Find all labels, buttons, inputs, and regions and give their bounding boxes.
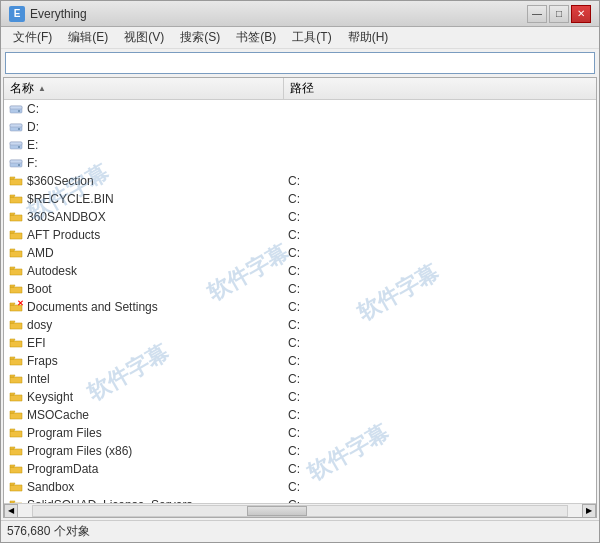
svg-point-8 <box>18 146 20 148</box>
table-row[interactable]: Program Files C: <box>4 424 596 442</box>
table-row[interactable]: D: <box>4 118 596 136</box>
cell-name: MSOCache <box>4 408 284 422</box>
menu-edit[interactable]: 编辑(E) <box>60 27 116 48</box>
col-name-header[interactable]: 名称 ▲ <box>4 78 284 99</box>
svg-rect-1 <box>10 106 22 109</box>
cell-name: F: <box>4 156 284 170</box>
cell-path: C: <box>284 300 596 314</box>
menu-bookmarks[interactable]: 书签(B) <box>228 27 284 48</box>
cell-path: C: <box>284 210 596 224</box>
cell-path: C: <box>284 498 596 503</box>
cell-path: C: <box>284 480 596 494</box>
content-area: 软件字幕 软件字幕 软件字幕 软件字幕 软件字幕 名称 ▲ 路径 C: <box>3 77 597 518</box>
cell-name: Keysight <box>4 390 284 404</box>
cell-path: C: <box>284 408 596 422</box>
window-title: Everything <box>30 7 527 21</box>
svg-point-5 <box>18 128 20 130</box>
app-icon: E <box>9 6 25 22</box>
table-row[interactable]: C: <box>4 100 596 118</box>
table-row[interactable]: F: <box>4 154 596 172</box>
svg-point-11 <box>18 164 20 166</box>
cell-name: Program Files (x86) <box>4 444 284 458</box>
svg-rect-4 <box>10 124 22 127</box>
cell-name: EFI <box>4 336 284 350</box>
col-name-label: 名称 <box>10 80 34 97</box>
table-row[interactable]: Program Files (x86) C: <box>4 442 596 460</box>
table-row[interactable]: Boot C: <box>4 280 596 298</box>
content-wrapper: 软件字幕 软件字幕 软件字幕 软件字幕 软件字幕 名称 ▲ 路径 C: <box>4 78 596 503</box>
col-path-header[interactable]: 路径 <box>284 78 596 99</box>
svg-rect-10 <box>10 160 22 163</box>
menu-bar: 文件(F) 编辑(E) 视图(V) 搜索(S) 书签(B) 工具(T) 帮助(H… <box>1 27 599 49</box>
svg-point-2 <box>18 110 20 112</box>
h-scroll-thumb[interactable] <box>247 506 307 516</box>
table-row[interactable]: Sandbox C: <box>4 478 596 496</box>
cell-path: C: <box>284 228 596 242</box>
h-scroll-track[interactable] <box>32 505 568 517</box>
cell-path: C: <box>284 390 596 404</box>
maximize-button[interactable]: □ <box>549 5 569 23</box>
cell-path: C: <box>284 372 596 386</box>
cell-name: ProgramData <box>4 462 284 476</box>
cell-name: Autodesk <box>4 264 284 278</box>
cell-path: C: <box>284 426 596 440</box>
menu-help[interactable]: 帮助(H) <box>340 27 397 48</box>
cell-name: ✕ Documents and Settings <box>4 300 284 314</box>
search-input[interactable] <box>5 52 595 74</box>
cell-name: AFT Products <box>4 228 284 242</box>
cell-path: C: <box>284 354 596 368</box>
cell-path: C: <box>284 264 596 278</box>
cell-name: E: <box>4 138 284 152</box>
cell-name: C: <box>4 102 284 116</box>
table-row[interactable]: MSOCache C: <box>4 406 596 424</box>
table-body[interactable]: C: D: E: F: $360Section <box>4 100 596 503</box>
horizontal-scrollbar[interactable]: ◀ ▶ <box>4 503 596 517</box>
cell-name: $RECYCLE.BIN <box>4 192 284 206</box>
menu-tools[interactable]: 工具(T) <box>284 27 339 48</box>
table-row[interactable]: 360SANDBOX C: <box>4 208 596 226</box>
table-row[interactable]: dosy C: <box>4 316 596 334</box>
cell-name: Program Files <box>4 426 284 440</box>
status-text: 576,680 个对象 <box>7 523 90 540</box>
table-row[interactable]: $RECYCLE.BIN C: <box>4 190 596 208</box>
scroll-right-button[interactable]: ▶ <box>582 504 596 518</box>
cell-path: C: <box>284 462 596 476</box>
table-row[interactable]: Autodesk C: <box>4 262 596 280</box>
menu-file[interactable]: 文件(F) <box>5 27 60 48</box>
scroll-left-button[interactable]: ◀ <box>4 504 18 518</box>
table-row[interactable]: ✕ Documents and Settings C: <box>4 298 596 316</box>
cell-name: Intel <box>4 372 284 386</box>
cell-name: Fraps <box>4 354 284 368</box>
cell-path: C: <box>284 282 596 296</box>
table-row[interactable]: AMD C: <box>4 244 596 262</box>
cell-path: C: <box>284 444 596 458</box>
minimize-button[interactable]: — <box>527 5 547 23</box>
cell-path: C: <box>284 336 596 350</box>
cell-path: C: <box>284 246 596 260</box>
menu-view[interactable]: 视图(V) <box>116 27 172 48</box>
status-bar: 576,680 个对象 <box>1 520 599 542</box>
menu-search[interactable]: 搜索(S) <box>172 27 228 48</box>
table-row[interactable]: $360Section C: <box>4 172 596 190</box>
table-row[interactable]: ProgramData C: <box>4 460 596 478</box>
close-button[interactable]: ✕ <box>571 5 591 23</box>
table-row[interactable]: Intel C: <box>4 370 596 388</box>
table-row[interactable]: Keysight C: <box>4 388 596 406</box>
table-header: 名称 ▲ 路径 <box>4 78 596 100</box>
cell-name: AMD <box>4 246 284 260</box>
window-controls: — □ ✕ <box>527 5 591 23</box>
cell-path: C: <box>284 192 596 206</box>
cell-name: 360SANDBOX <box>4 210 284 224</box>
table-row[interactable]: E: <box>4 136 596 154</box>
col-path-label: 路径 <box>290 80 314 97</box>
sort-arrow: ▲ <box>38 84 46 93</box>
cell-path: C: <box>284 318 596 332</box>
cell-name: D: <box>4 120 284 134</box>
table-row[interactable]: EFI C: <box>4 334 596 352</box>
cell-name: SolidSQUAD_License_Servers <box>4 498 284 503</box>
cell-name: Boot <box>4 282 284 296</box>
table-row[interactable]: SolidSQUAD_License_Servers C: <box>4 496 596 503</box>
table-row[interactable]: Fraps C: <box>4 352 596 370</box>
table-row[interactable]: AFT Products C: <box>4 226 596 244</box>
cell-path: C: <box>284 174 596 188</box>
